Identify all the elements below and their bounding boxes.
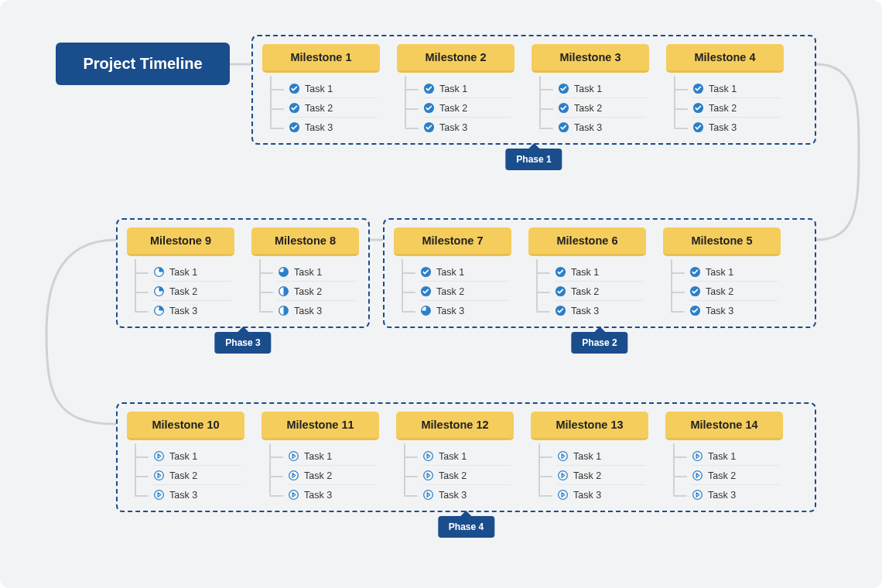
milestone-card: Milestone 12Task 1Task 2Task 3 xyxy=(396,412,514,504)
phase-2-box: Milestone 7Task 1Task 2Task 3Milestone 6… xyxy=(383,218,816,328)
svg-point-39 xyxy=(693,452,703,461)
task-label: Task 2 xyxy=(574,103,602,114)
task-row: Task 3 xyxy=(411,118,514,137)
milestone-card: Milestone 11Task 1Task 2Task 3 xyxy=(262,412,379,504)
svg-point-36 xyxy=(559,452,568,461)
task-label: Task 2 xyxy=(294,286,322,297)
milestone-title: Milestone 1 xyxy=(291,51,352,63)
milestone-card: Milestone 14Task 1Task 2Task 3 xyxy=(665,412,783,504)
svg-point-30 xyxy=(289,452,299,461)
checkmark-circle-icon xyxy=(420,266,432,278)
task-row: Task 3 xyxy=(545,485,648,504)
milestone-header: Milestone 7 xyxy=(394,227,511,256)
task-label: Task 2 xyxy=(573,470,601,481)
task-row: Task 2 xyxy=(408,282,511,301)
play-circle-icon xyxy=(153,489,165,501)
milestone-card: Milestone 4Task 1Task 2Task 3 xyxy=(666,44,784,137)
play-circle-icon xyxy=(557,489,569,501)
milestone-card: Milestone 7Task 1Task 2Task 3 xyxy=(394,227,511,320)
task-list: Task 1Task 2Task 3 xyxy=(262,73,380,137)
task-label: Task 1 xyxy=(304,451,332,462)
task-row: Task 1 xyxy=(680,79,784,98)
task-label: Task 2 xyxy=(305,103,333,114)
task-label: Task 2 xyxy=(169,286,197,297)
checkmark-circle-icon xyxy=(423,102,435,114)
play-circle-icon xyxy=(422,450,434,462)
milestone-title: Milestone 8 xyxy=(275,234,336,247)
task-label: Task 2 xyxy=(709,103,737,114)
checkmark-circle-icon xyxy=(692,102,704,114)
task-label: Task 3 xyxy=(439,122,467,133)
phase-1-label: Phase 1 xyxy=(505,149,562,170)
phase-2-label-text: Phase 2 xyxy=(582,337,617,348)
task-label: Task 3 xyxy=(436,306,464,316)
project-title: Project Timeline xyxy=(56,43,230,85)
task-row: Task 2 xyxy=(265,282,359,301)
checkmark-circle-icon xyxy=(558,83,569,94)
task-row: Task 2 xyxy=(276,98,380,118)
milestone-header: Milestone 13 xyxy=(531,412,648,440)
task-row: Task 3 xyxy=(141,485,244,504)
milestone-title: Milestone 7 xyxy=(422,234,484,247)
checkmark-circle-icon xyxy=(692,121,704,133)
task-label: Task 1 xyxy=(436,267,464,278)
phase-3-label: Phase 3 xyxy=(214,332,271,354)
task-label: Task 3 xyxy=(708,490,736,501)
phase-2-label: Phase 2 xyxy=(571,332,627,354)
svg-point-38 xyxy=(559,491,568,500)
task-list: Task 1Task 2Task 3 xyxy=(663,256,781,320)
checkmark-circle-icon xyxy=(289,83,300,94)
milestone-card: Milestone 6Task 1Task 2Task 3 xyxy=(528,227,646,320)
milestone-header: Milestone 3 xyxy=(532,44,649,73)
task-label: Task 1 xyxy=(706,267,733,278)
play-circle-icon xyxy=(557,450,569,462)
task-row: Task 1 xyxy=(677,262,781,282)
milestone-card: Milestone 5Task 1Task 2Task 3 xyxy=(663,227,781,320)
task-label: Task 3 xyxy=(709,122,737,133)
task-row: Task 1 xyxy=(545,446,648,466)
task-label: Task 1 xyxy=(439,451,467,462)
task-row: Task 2 xyxy=(679,466,783,485)
task-row: Task 3 xyxy=(680,118,784,137)
milestone-title: Milestone 5 xyxy=(692,234,753,247)
task-list: Task 1Task 2Task 3 xyxy=(262,440,379,504)
task-row: Task 1 xyxy=(679,446,783,466)
task-row: Task 1 xyxy=(410,446,514,466)
milestone-title: Milestone 11 xyxy=(286,419,354,431)
task-row: Task 2 xyxy=(542,282,646,301)
task-label: Task 1 xyxy=(305,84,333,94)
task-label: Task 3 xyxy=(169,490,197,501)
milestone-title: Milestone 10 xyxy=(152,419,219,431)
task-row: Task 3 xyxy=(545,118,649,137)
progress-circle-icon xyxy=(278,266,289,278)
progress-circle-icon xyxy=(153,266,165,278)
phase-3-box: Milestone 9Task 1Task 2Task 3Milestone 8… xyxy=(116,218,370,328)
checkmark-circle-icon xyxy=(555,266,566,278)
play-circle-icon xyxy=(288,489,299,501)
checkmark-circle-icon xyxy=(289,121,300,133)
play-circle-icon xyxy=(153,450,165,462)
svg-point-33 xyxy=(424,452,433,461)
task-label: Task 3 xyxy=(294,306,322,316)
checkmark-circle-icon xyxy=(689,305,701,316)
task-label: Task 1 xyxy=(294,267,322,278)
checkmark-circle-icon xyxy=(558,121,569,133)
milestone-card: Milestone 1Task 1Task 2Task 3 xyxy=(262,44,380,137)
task-label: Task 2 xyxy=(706,286,733,297)
task-label: Task 1 xyxy=(169,451,197,462)
task-label: Task 2 xyxy=(439,103,467,114)
task-list: Task 1Task 2Task 3 xyxy=(396,440,514,504)
task-label: Task 3 xyxy=(573,490,601,501)
task-list: Task 1Task 2Task 3 xyxy=(127,440,244,504)
task-list: Task 1Task 2Task 3 xyxy=(127,256,234,320)
task-label: Task 1 xyxy=(709,84,737,94)
svg-point-32 xyxy=(289,491,299,500)
task-label: Task 2 xyxy=(304,470,332,481)
task-row: Task 2 xyxy=(410,466,514,485)
task-list: Task 1Task 2Task 3 xyxy=(665,440,783,504)
task-row: Task 3 xyxy=(542,301,646,320)
task-label: Task 2 xyxy=(439,470,467,481)
svg-point-29 xyxy=(155,491,164,500)
milestone-card: Milestone 9Task 1Task 2Task 3 xyxy=(127,227,234,320)
phase-1-label-text: Phase 1 xyxy=(516,154,551,165)
